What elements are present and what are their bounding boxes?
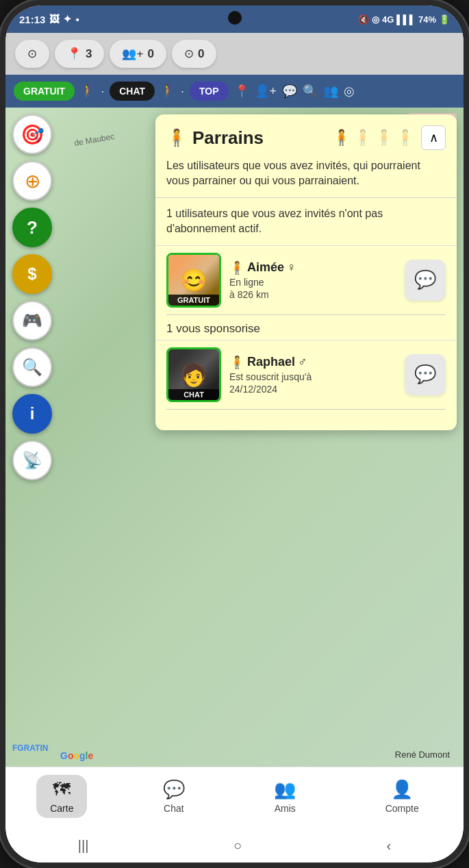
system-nav-bar: ||| ○ ‹ [5,828,464,863]
system-home-button[interactable]: ○ [233,838,242,854]
system-back-button[interactable]: ‹ [387,838,392,854]
status-left: 21:13 🖼 ✦ • [19,13,79,25]
raphael-info: 🧍 Raphael ♂ Est souscrit jusqu'à 24/12/2… [229,355,396,395]
nav-item-amis[interactable]: 👥 Amis [260,775,309,818]
pin-icon: 📍 [67,47,81,61]
location-icon: ◎ [372,14,379,25]
carte-label: Carte [50,803,73,814]
dollar-icon: $ [27,264,36,284]
add-friend-icon: 👥+ [122,47,143,61]
person-icon-inactive-2: 🧍 [375,129,393,147]
aimee-avatar-badge: GRATUIT [168,295,219,306]
sidebar-icon-shapes[interactable]: 🎮 [12,301,52,340]
aimee-distance: à 826 km [229,289,396,300]
phone-screen: 21:13 🖼 ✦ • 🔇 ◎ 4G ▌▌▌ 74% 🔋 ⊙ 📍 3 [5,5,464,863]
battery-icon: 🔋 [439,14,450,25]
nav-item-carte[interactable]: 🗺 Carte [36,775,87,818]
mute-icon: 🔇 [358,14,369,25]
popup-description: Les utilisateurs que vous avez invités, … [155,156,457,198]
person-icon-inactive-3: 🧍 [396,129,414,147]
sidebar-icon-dollar[interactable]: $ [12,254,52,294]
location-dot-icon: ◎ [344,84,355,99]
aimee-chat-button[interactable]: 💬 [405,260,446,301]
counter-button[interactable]: ⊙ 0 [172,40,216,68]
raphael-avatar-badge: CHAT [168,389,219,400]
nav-item-chat[interactable]: 💬 Chat [149,775,199,818]
popup-title: 🧍 Parrains [166,127,325,149]
sidebar-icon-logo[interactable]: 🎯 [12,114,52,154]
aimee-info: 🧍 Aimée ♀ En ligne à 826 km [229,260,396,300]
search-icon: 🔍 [303,84,318,99]
popup-footer-space [155,410,457,430]
popup-header: 🧍 Parrains 🧍 🧍 🧍 🧍 ∧ [155,114,457,156]
parrains-popup: 🧍 Parrains 🧍 🧍 🧍 🧍 ∧ Les utilisateurs qu… [155,114,457,430]
sidebar-icon-location[interactable]: ⊕ [12,161,52,201]
filter-gratuit[interactable]: GRATUIT [14,82,75,101]
camera-notch [228,11,242,25]
map-search-icon: 🔍 [22,358,42,377]
sidebar-icon-broadcast[interactable]: 📡 [12,441,52,480]
filter-bar: GRATUIT 🚶 · CHAT 🚶 · TOP 📍 👤+ 💬 🔍 👥 ◎ [5,75,464,108]
system-recent-button[interactable]: ||| [78,838,89,854]
raphael-avatar: 🧑 CHAT [166,347,221,402]
sidebar-icon-search-map[interactable]: 🔍 [12,347,52,387]
raphael-name-text: Raphael [247,355,295,369]
raphael-chat-button[interactable]: 💬 [405,354,446,395]
chevron-up-icon: ∧ [429,130,438,145]
aimee-gender-icon: ♀ [287,260,296,275]
counter-badge: 0 [198,47,204,61]
bottom-nav: 🗺 Carte 💬 Chat 👥 Amis 👤 Compte [5,767,464,828]
raphael-date: 24/12/2024 [229,384,396,395]
person-add-icon: 👤+ [255,84,277,99]
aimee-name: 🧍 Aimée ♀ [229,260,396,275]
aimee-name-text: Aimée [247,260,284,275]
shapes-icon: 🎮 [22,311,42,330]
separator: · [181,84,184,99]
person-icon-raphael: 🧍 [229,355,244,370]
battery-display: 74% [418,14,436,25]
nav-item-compte[interactable]: 👤 Compte [372,775,433,818]
gratin-label: FGRATIN [12,743,48,753]
info-icon: i [30,404,35,423]
add-friend-button[interactable]: 👥+ 0 [110,40,166,68]
location-badge: 3 [86,47,92,61]
person-silhouette-icon: 🧍 [166,128,187,147]
person-icon-2: · [101,84,104,99]
person-count-icons: 🧍 🧍 🧍 🧍 [332,129,414,147]
broadcast-icon: 📡 [22,451,42,470]
question-icon: ? [27,217,38,238]
chat-icon: 💬 [163,779,185,800]
raphael-name: 🧍 Raphael ♂ [229,355,396,370]
sidebar-icon-info[interactable]: i [12,394,52,434]
chat-bubble-icon: 💬 [282,84,297,99]
amis-label: Amis [275,803,296,814]
wifi-icon: ▌▌▌ [396,14,416,25]
google-logo: Google [60,750,93,761]
rene-dumont-label: René Dumont [395,749,450,760]
raphael-gender-icon: ♂ [298,355,307,369]
compte-icon: 👤 [391,779,413,800]
time-display: 21:13 [19,14,45,25]
status-right: 🔇 ◎ 4G ▌▌▌ 74% 🔋 [358,14,450,25]
location-crosshair-icon: ⊕ [25,170,40,193]
scan-button[interactable]: ⊙ [15,40,49,68]
filter-chat[interactable]: CHAT [110,82,155,101]
map-pin-icon: 📍 [234,84,249,99]
chat-message-icon-2: 💬 [414,364,436,385]
filter-top[interactable]: TOP [190,82,229,101]
notification-icons: 🖼 ✦ [49,13,71,25]
collapse-button[interactable]: ∧ [421,125,446,150]
person-icon-inactive-1: 🧍 [353,129,372,147]
phone-frame: 21:13 🖼 ✦ • 🔇 ◎ 4G ▌▌▌ 74% 🔋 ⊙ 📍 3 [0,0,469,868]
person-icon-3: 🚶 [160,84,175,99]
carte-icon: 🗺 [53,779,71,800]
sidebar-icon-help[interactable]: ? [12,208,52,247]
scan-icon: ⊙ [27,47,37,61]
aimee-avatar: 😊 GRATUIT [166,253,221,308]
sponsor-section-label: 1 vous sponsorise [155,315,457,340]
map-area: de Maubec 🎯 ⊕ ? $ 🎮 🔍 [5,108,464,767]
location-count-button[interactable]: 📍 3 [55,40,104,68]
sidebar-icons: 🎯 ⊕ ? $ 🎮 🔍 i [12,114,52,480]
inactive-users-section: 1 utilisateurs que vous avez invités n'o… [155,198,457,246]
compte-label: Compte [385,803,419,814]
